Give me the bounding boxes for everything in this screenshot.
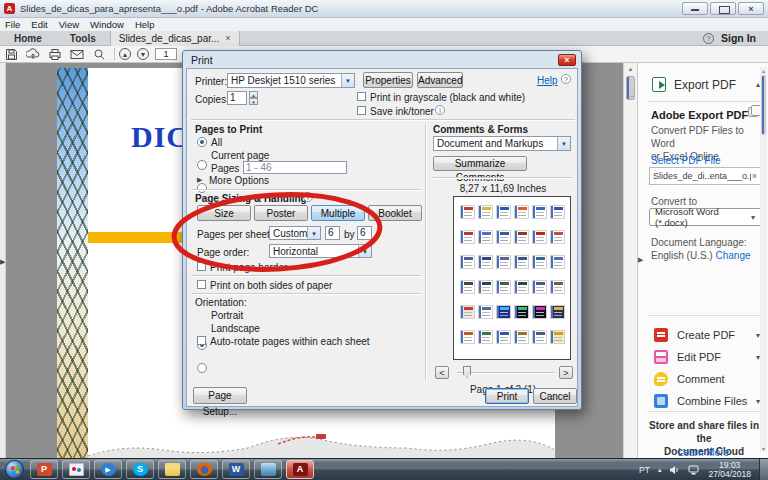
more-options-label[interactable]: More Options bbox=[209, 175, 269, 186]
sidebar-tool-edit-pdf[interactable]: Edit PDF▾ bbox=[654, 347, 760, 367]
document-scrollbar[interactable]: ▴ bbox=[623, 63, 637, 458]
sidebar-tool-create-pdf[interactable]: Create PDF▾ bbox=[654, 325, 760, 345]
landscape-radio[interactable] bbox=[197, 363, 207, 373]
page-setup-button[interactable]: Page Setup... bbox=[193, 387, 247, 404]
format-select[interactable]: Microsoft Word (*.docx) ▾ bbox=[649, 208, 761, 226]
search-icon[interactable] bbox=[88, 47, 110, 62]
properties-button[interactable]: Properties bbox=[363, 72, 413, 88]
menu-view[interactable]: View bbox=[59, 19, 79, 30]
more-options-arrow-icon[interactable]: ▶ bbox=[197, 176, 202, 184]
taskbar-app-explorer[interactable] bbox=[158, 460, 186, 479]
copies-down-icon[interactable]: ▾ bbox=[249, 98, 258, 105]
taskbar-app-paint[interactable] bbox=[62, 460, 90, 479]
grid-rows-input[interactable]: 6 bbox=[357, 226, 372, 240]
help-info-icon[interactable]: ? bbox=[561, 74, 571, 84]
hidden-icons-icon[interactable]: ▴ bbox=[658, 466, 662, 474]
taskbar-app-media-player[interactable]: ▶ bbox=[94, 460, 122, 479]
restore-button[interactable] bbox=[710, 2, 736, 15]
left-panel-toggle-icon[interactable]: ▶ bbox=[0, 258, 5, 266]
menu-file[interactable]: File bbox=[5, 19, 20, 30]
preview-next-button[interactable]: > bbox=[559, 366, 573, 379]
page-order-select[interactable]: Horizontal▾ bbox=[269, 244, 372, 258]
taskbar-app-acrobat[interactable]: A bbox=[286, 460, 314, 479]
summarize-comments-button[interactable]: Summarize Comments bbox=[433, 156, 527, 171]
convert-button[interactable]: Convert bbox=[653, 281, 757, 302]
next-page-icon[interactable]: ▼ bbox=[137, 48, 149, 60]
sidebar-scrollbar[interactable]: ▴ ▾ bbox=[760, 67, 767, 452]
sizing-info-icon[interactable]: i bbox=[303, 192, 313, 202]
close-window-button[interactable]: × bbox=[738, 2, 764, 15]
taskbar-app-skype[interactable]: S bbox=[126, 460, 154, 479]
sidebar-tool-combine-files[interactable]: Combine Files▾ bbox=[654, 391, 760, 411]
remove-file-icon[interactable]: × bbox=[752, 171, 757, 181]
start-button[interactable] bbox=[5, 460, 24, 479]
scroll-down-icon[interactable]: ▾ bbox=[760, 445, 767, 452]
page-range-input[interactable]: 1 - 46 bbox=[243, 161, 347, 174]
size-mode-button[interactable]: Size bbox=[197, 205, 251, 221]
help-circle-icon[interactable]: ? bbox=[703, 33, 714, 44]
change-language-link[interactable]: Change bbox=[715, 250, 750, 261]
page-border-checkbox[interactable] bbox=[197, 262, 206, 271]
language-indicator[interactable]: PT bbox=[639, 465, 650, 475]
booklet-mode-button[interactable]: Booklet bbox=[368, 205, 422, 221]
sidebar-tool-comment[interactable]: Comment bbox=[654, 369, 760, 389]
current-page-radio[interactable] bbox=[197, 160, 207, 170]
poster-mode-button[interactable]: Poster bbox=[254, 205, 308, 221]
preview-prev-button[interactable]: < bbox=[435, 366, 449, 379]
taskbar-app-powerpoint[interactable]: P bbox=[30, 460, 58, 479]
tab-tools[interactable]: Tools bbox=[56, 33, 110, 44]
minimize-button[interactable] bbox=[682, 2, 708, 15]
taskbar-app-photo-viewer[interactable] bbox=[254, 460, 282, 479]
email-icon[interactable] bbox=[66, 47, 88, 62]
preview-slider-track[interactable] bbox=[457, 372, 555, 374]
export-pdf-header[interactable]: Export PDF ▴ bbox=[652, 77, 760, 92]
grid-cols-input[interactable]: 6 bbox=[325, 226, 340, 240]
show-desktop-button[interactable] bbox=[759, 459, 768, 480]
menu-help[interactable]: Help bbox=[135, 19, 155, 30]
learn-more-link[interactable]: Learn More bbox=[638, 447, 768, 458]
close-tab-icon[interactable]: × bbox=[225, 33, 230, 43]
print-icon[interactable] bbox=[44, 47, 66, 62]
selected-file-chip[interactable]: Slides_de_di..enta___o.pdf × bbox=[649, 167, 761, 185]
previous-page-icon[interactable]: ▲ bbox=[119, 48, 131, 60]
scrollbar-thumb[interactable] bbox=[761, 75, 766, 135]
clock[interactable]: 19:03 27/04/2018 bbox=[708, 461, 751, 479]
copies-up-icon[interactable]: ▴ bbox=[249, 91, 258, 98]
menu-edit[interactable]: Edit bbox=[31, 19, 47, 30]
sign-in-button[interactable]: Sign In bbox=[721, 32, 756, 44]
network-icon[interactable] bbox=[688, 465, 700, 475]
preview-slider-thumb[interactable] bbox=[463, 366, 471, 378]
print-button[interactable]: Print bbox=[485, 388, 529, 404]
autorotate-checkbox[interactable] bbox=[197, 336, 206, 345]
grayscale-checkbox[interactable] bbox=[357, 92, 366, 101]
taskbar-app-word[interactable]: W bbox=[222, 460, 250, 479]
comments-select[interactable]: Document and Markups▾ bbox=[433, 136, 571, 151]
chevron-down-icon[interactable]: ▾ bbox=[756, 331, 760, 340]
scroll-up-icon[interactable]: ▴ bbox=[624, 65, 637, 73]
speaker-icon[interactable] bbox=[669, 465, 680, 475]
tab-document[interactable]: Slides_de_dicas_par... × bbox=[110, 31, 240, 46]
help-link[interactable]: Help bbox=[537, 75, 558, 86]
menu-window[interactable]: Window bbox=[90, 19, 124, 30]
all-radio[interactable] bbox=[197, 137, 207, 147]
multiple-mode-button[interactable]: Multiple bbox=[311, 205, 365, 221]
pages-per-sheet-select[interactable]: Custom...▾ bbox=[269, 226, 321, 240]
copies-input[interactable]: 1 bbox=[227, 91, 247, 105]
printer-select[interactable]: HP Deskjet 1510 series▾ bbox=[227, 73, 355, 88]
duplex-checkbox[interactable] bbox=[197, 280, 206, 289]
dialog-close-button[interactable]: × bbox=[558, 54, 576, 66]
taskbar-app-firefox[interactable] bbox=[190, 460, 218, 479]
pages-radio[interactable] bbox=[197, 183, 207, 193]
chevron-down-icon[interactable]: ▾ bbox=[756, 397, 760, 406]
tab-home[interactable]: Home bbox=[0, 33, 56, 44]
save-icon[interactable] bbox=[0, 47, 22, 62]
sidebar-collapse-icon[interactable]: ▶ bbox=[638, 256, 643, 264]
save-ink-checkbox[interactable] bbox=[357, 106, 366, 115]
save-ink-info-icon[interactable]: i bbox=[435, 105, 445, 115]
scroll-up-icon[interactable]: ▴ bbox=[760, 67, 767, 74]
upload-cloud-icon[interactable] bbox=[22, 47, 44, 62]
advanced-button[interactable]: Advanced bbox=[417, 72, 463, 88]
select-pdf-file-link[interactable]: Select PDF File bbox=[651, 155, 720, 166]
scrollbar-thumb[interactable] bbox=[626, 76, 635, 100]
page-number-input[interactable]: 1 bbox=[155, 48, 177, 60]
